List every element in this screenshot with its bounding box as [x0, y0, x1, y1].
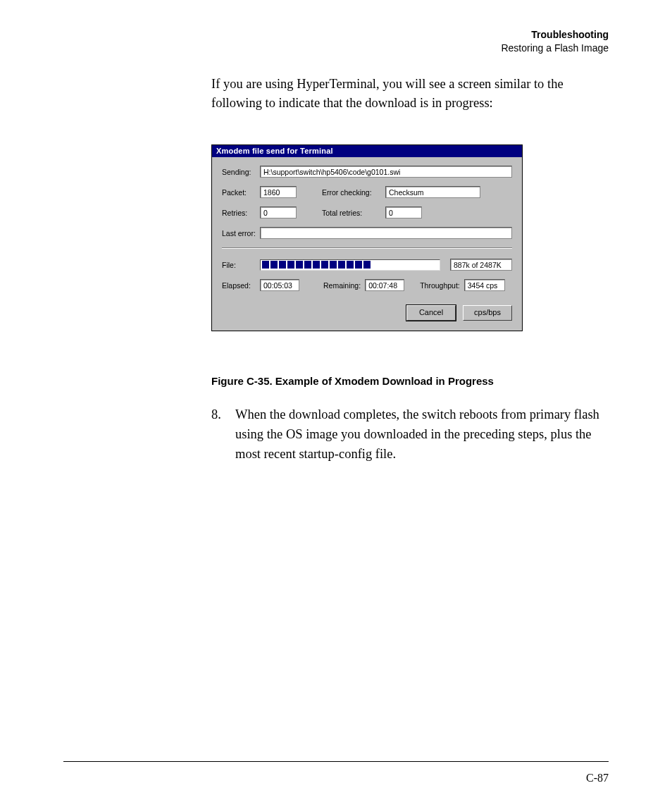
- cpsbps-button[interactable]: cps/bps: [463, 305, 512, 321]
- figure-caption: Figure C-35. Example of Xmodem Download …: [211, 375, 609, 387]
- progress-segment: [262, 261, 269, 269]
- page: Troubleshooting Restoring a Flash Image …: [0, 0, 672, 807]
- footer-rule: [63, 761, 609, 762]
- field-remaining: 00:07:48: [365, 279, 404, 291]
- progress-segment: [270, 261, 278, 269]
- progress-segment: [330, 261, 337, 269]
- dialog-divider: [222, 247, 512, 249]
- label-retries: Retries:: [222, 209, 260, 217]
- field-sending: H:\support\switch\hp5406\code\g0101.swi: [260, 166, 512, 178]
- progress-segment: [313, 261, 320, 269]
- row-file: File:: [222, 259, 512, 271]
- label-last-error: Last error:: [222, 229, 260, 238]
- label-throughput: Throughput:: [420, 281, 460, 290]
- step-number: 8.: [211, 405, 235, 464]
- label-packet: Packet:: [222, 188, 260, 197]
- progress-segment: [347, 261, 354, 269]
- xmodem-dialog: Xmodem file send for Terminal Sending: H…: [211, 144, 523, 331]
- step-text: When the download completes, the switch …: [235, 405, 609, 464]
- row-sending: Sending: H:\support\switch\hp5406\code\g…: [222, 166, 512, 178]
- cancel-button[interactable]: Cancel: [406, 305, 456, 321]
- progress-bar: [260, 259, 440, 271]
- progress-segment: [304, 261, 311, 269]
- field-throughput: 3454 cps: [464, 279, 505, 291]
- progress-segment: [338, 261, 345, 269]
- row-retries: Retries: 0 Total retries: 0: [222, 207, 512, 218]
- label-elapsed: Elapsed:: [222, 281, 260, 290]
- row-timing: Elapsed: 00:05:03 Remaining: 00:07:48 Th…: [222, 279, 512, 291]
- page-header: Troubleshooting Restoring a Flash Image: [70, 28, 609, 55]
- label-sending: Sending:: [222, 168, 260, 176]
- intro-paragraph: If you are using HyperTerminal, you will…: [211, 75, 609, 113]
- field-retries: 0: [260, 207, 297, 218]
- row-last-error: Last error:: [222, 227, 512, 239]
- dialog-body: Sending: H:\support\switch\hp5406\code\g…: [212, 157, 522, 331]
- label-total-retries: Total retries:: [322, 209, 385, 217]
- step-8: 8. When the download completes, the swit…: [211, 405, 609, 464]
- field-elapsed: 00:05:03: [260, 279, 299, 291]
- header-subsection: Restoring a Flash Image: [70, 42, 609, 55]
- field-packet: 1860: [260, 186, 297, 198]
- field-total-retries: 0: [385, 207, 422, 218]
- button-row: Cancel cps/bps: [222, 305, 512, 321]
- page-number: C-87: [586, 772, 609, 784]
- row-packet: Packet: 1860 Error checking: Checksum: [222, 186, 512, 198]
- field-file-progress: 887k of 2487K: [450, 259, 512, 271]
- label-file: File:: [222, 261, 260, 269]
- header-section: Troubleshooting: [70, 28, 609, 42]
- field-error-checking: Checksum: [385, 186, 480, 198]
- dialog-titlebar: Xmodem file send for Terminal: [212, 145, 522, 157]
- progress-segment: [296, 261, 303, 269]
- progress-segment: [279, 261, 286, 269]
- progress-segment: [355, 261, 362, 269]
- field-last-error: [260, 227, 512, 239]
- label-remaining: Remaining:: [323, 281, 361, 290]
- label-error-checking: Error checking:: [322, 188, 385, 197]
- progress-segment: [321, 261, 328, 269]
- progress-segment: [363, 261, 371, 269]
- content-area: If you are using HyperTerminal, you will…: [211, 75, 609, 464]
- progress-segment: [287, 261, 294, 269]
